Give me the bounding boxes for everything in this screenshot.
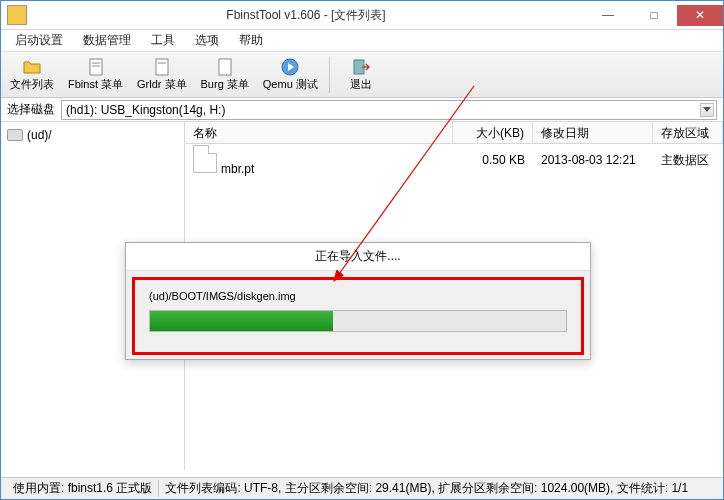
toolbar: 文件列表 Fbinst 菜单 Grldr 菜单 Burg 菜单 Qemu 测试 … bbox=[1, 52, 723, 98]
folder-icon bbox=[23, 58, 41, 76]
col-area[interactable]: 存放区域 bbox=[653, 122, 723, 143]
col-date[interactable]: 修改日期 bbox=[533, 122, 653, 143]
svg-rect-3 bbox=[156, 59, 168, 75]
doc-icon bbox=[87, 58, 105, 76]
chevron-down-icon bbox=[700, 103, 714, 117]
status-kernel: 使用内置: fbinst1.6 正式版 bbox=[7, 480, 159, 497]
menu-tools[interactable]: 工具 bbox=[143, 30, 183, 51]
cell-date: 2013-08-03 12:21 bbox=[533, 150, 653, 170]
progress-bar bbox=[149, 310, 567, 332]
exit-icon bbox=[352, 58, 370, 76]
menu-data[interactable]: 数据管理 bbox=[75, 30, 139, 51]
progress-fill bbox=[150, 311, 333, 331]
doc-icon bbox=[153, 58, 171, 76]
doc-icon bbox=[216, 58, 234, 76]
app-icon bbox=[7, 5, 27, 25]
cell-size: 0.50 KB bbox=[453, 150, 533, 170]
minimize-button[interactable]: — bbox=[585, 5, 631, 26]
cell-area: 主数据区 bbox=[653, 149, 723, 172]
menu-boot[interactable]: 启动设置 bbox=[7, 30, 71, 51]
svg-rect-5 bbox=[219, 59, 231, 75]
disk-label: 选择磁盘 bbox=[7, 101, 55, 118]
statusbar: 使用内置: fbinst1.6 正式版 文件列表编码: UTF-8, 主分区剩余… bbox=[1, 477, 723, 499]
table-row[interactable]: mbr.pt 0.50 KB 2013-08-03 12:21 主数据区 bbox=[185, 144, 723, 176]
tb-grldr[interactable]: Grldr 菜单 bbox=[130, 54, 194, 96]
disk-selector-row: 选择磁盘 (hd1): USB_Kingston(14g, H:) bbox=[1, 98, 723, 122]
dialog-body: (ud)/BOOT/IMGS/diskgen.img bbox=[132, 277, 584, 355]
window-title: FbinstTool v1.606 - [文件列表] bbox=[27, 7, 585, 24]
cell-name: mbr.pt bbox=[221, 162, 254, 176]
maximize-button[interactable]: □ bbox=[631, 5, 677, 26]
close-button[interactable]: ✕ bbox=[677, 5, 723, 26]
disk-icon bbox=[7, 129, 23, 141]
tb-fbinst[interactable]: Fbinst 菜单 bbox=[61, 54, 130, 96]
import-path: (ud)/BOOT/IMGS/diskgen.img bbox=[149, 290, 567, 302]
menubar: 启动设置 数据管理 工具 选项 帮助 bbox=[1, 30, 723, 52]
tb-exit[interactable]: 退出 bbox=[334, 54, 388, 96]
menu-options[interactable]: 选项 bbox=[187, 30, 227, 51]
titlebar: FbinstTool v1.606 - [文件列表] — □ ✕ bbox=[1, 1, 723, 30]
dialog-title: 正在导入文件.... bbox=[126, 243, 590, 271]
import-dialog: 正在导入文件.... (ud)/BOOT/IMGS/diskgen.img bbox=[125, 242, 591, 360]
file-icon bbox=[193, 145, 217, 173]
menu-help[interactable]: 帮助 bbox=[231, 30, 271, 51]
status-rest: 文件列表编码: UTF-8, 主分区剩余空间: 29.41(MB), 扩展分区剩… bbox=[159, 480, 688, 497]
tree-root-label: (ud)/ bbox=[27, 128, 52, 142]
col-size[interactable]: 大小(KB) bbox=[453, 122, 533, 143]
separator bbox=[329, 57, 330, 93]
disk-combo-value: (hd1): USB_Kingston(14g, H:) bbox=[66, 103, 225, 117]
tb-qemu[interactable]: Qemu 测试 bbox=[256, 54, 325, 96]
tree-root[interactable]: (ud)/ bbox=[5, 126, 180, 144]
disk-combo[interactable]: (hd1): USB_Kingston(14g, H:) bbox=[61, 100, 717, 120]
tb-filelist[interactable]: 文件列表 bbox=[3, 54, 61, 96]
svg-rect-0 bbox=[90, 59, 102, 75]
play-icon bbox=[281, 58, 299, 76]
col-name[interactable]: 名称 bbox=[185, 122, 453, 143]
tb-burg[interactable]: Burg 菜单 bbox=[194, 54, 256, 96]
